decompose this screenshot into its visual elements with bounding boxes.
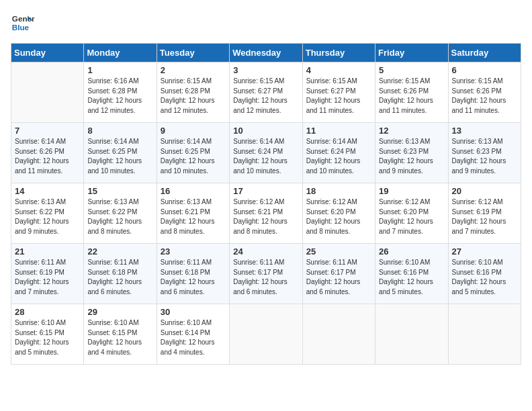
- day-number: 3: [233, 65, 298, 75]
- calendar-header-friday: Friday: [375, 44, 448, 62]
- page-header: General Blue: [11, 11, 521, 35]
- day-info: Sunrise: 6:14 AM Sunset: 6:25 PM Dayligh…: [87, 137, 152, 176]
- day-info: Sunrise: 6:13 AM Sunset: 6:22 PM Dayligh…: [87, 197, 152, 236]
- day-info: Sunrise: 6:14 AM Sunset: 6:26 PM Dayligh…: [15, 137, 80, 176]
- day-info: Sunrise: 6:12 AM Sunset: 6:19 PM Dayligh…: [452, 197, 517, 236]
- day-info: Sunrise: 6:12 AM Sunset: 6:20 PM Dayligh…: [306, 197, 371, 236]
- day-number: 1: [87, 65, 152, 75]
- logo: General Blue: [11, 11, 35, 35]
- calendar-cell: 21Sunrise: 6:11 AM Sunset: 6:19 PM Dayli…: [11, 244, 84, 304]
- day-info: Sunrise: 6:14 AM Sunset: 6:24 PM Dayligh…: [306, 137, 371, 176]
- day-number: 18: [306, 186, 371, 196]
- calendar-cell: 8Sunrise: 6:14 AM Sunset: 6:25 PM Daylig…: [84, 123, 157, 183]
- day-number: 28: [15, 307, 80, 317]
- day-info: Sunrise: 6:14 AM Sunset: 6:24 PM Dayligh…: [233, 137, 298, 176]
- day-info: Sunrise: 6:15 AM Sunset: 6:26 PM Dayligh…: [452, 77, 517, 116]
- calendar-cell: 24Sunrise: 6:11 AM Sunset: 6:17 PM Dayli…: [230, 244, 302, 304]
- calendar-week-1: 1Sunrise: 6:16 AM Sunset: 6:28 PM Daylig…: [11, 62, 521, 123]
- calendar-cell: 6Sunrise: 6:15 AM Sunset: 6:26 PM Daylig…: [448, 62, 521, 123]
- day-number: 23: [161, 246, 226, 257]
- day-number: 8: [87, 126, 152, 136]
- svg-text:General: General: [12, 14, 35, 23]
- day-number: 30: [161, 307, 226, 317]
- day-number: 19: [379, 186, 444, 196]
- calendar-header-thursday: Thursday: [302, 44, 375, 62]
- day-info: Sunrise: 6:10 AM Sunset: 6:15 PM Dayligh…: [87, 318, 152, 357]
- calendar-cell: 27Sunrise: 6:10 AM Sunset: 6:16 PM Dayli…: [448, 244, 521, 304]
- day-info: Sunrise: 6:15 AM Sunset: 6:27 PM Dayligh…: [306, 77, 371, 116]
- calendar-header-monday: Monday: [84, 44, 157, 62]
- calendar-cell: 23Sunrise: 6:11 AM Sunset: 6:18 PM Dayli…: [157, 244, 229, 304]
- calendar-cell: 18Sunrise: 6:12 AM Sunset: 6:20 PM Dayli…: [302, 183, 375, 244]
- calendar-week-3: 14Sunrise: 6:13 AM Sunset: 6:22 PM Dayli…: [11, 183, 521, 244]
- calendar-cell: 3Sunrise: 6:15 AM Sunset: 6:27 PM Daylig…: [230, 62, 302, 123]
- calendar-cell: [302, 304, 375, 365]
- day-info: Sunrise: 6:15 AM Sunset: 6:28 PM Dayligh…: [161, 77, 226, 116]
- calendar-cell: 15Sunrise: 6:13 AM Sunset: 6:22 PM Dayli…: [84, 183, 157, 244]
- day-number: 17: [233, 186, 298, 196]
- calendar-cell: 9Sunrise: 6:14 AM Sunset: 6:25 PM Daylig…: [157, 123, 229, 183]
- calendar-cell: 20Sunrise: 6:12 AM Sunset: 6:19 PM Dayli…: [448, 183, 521, 244]
- calendar-cell: 14Sunrise: 6:13 AM Sunset: 6:22 PM Dayli…: [11, 183, 84, 244]
- day-number: 16: [161, 186, 226, 196]
- calendar-cell: [11, 62, 84, 123]
- calendar-cell: 28Sunrise: 6:10 AM Sunset: 6:15 PM Dayli…: [11, 304, 84, 365]
- calendar-header-saturday: Saturday: [448, 44, 521, 62]
- day-number: 6: [452, 65, 517, 75]
- day-number: 5: [379, 65, 444, 75]
- calendar-cell: 26Sunrise: 6:10 AM Sunset: 6:16 PM Dayli…: [375, 244, 448, 304]
- day-info: Sunrise: 6:15 AM Sunset: 6:27 PM Dayligh…: [233, 77, 298, 116]
- day-number: 11: [306, 126, 371, 136]
- calendar-cell: 13Sunrise: 6:13 AM Sunset: 6:23 PM Dayli…: [448, 123, 521, 183]
- calendar-week-4: 21Sunrise: 6:11 AM Sunset: 6:19 PM Dayli…: [11, 244, 521, 304]
- day-info: Sunrise: 6:11 AM Sunset: 6:19 PM Dayligh…: [15, 258, 80, 297]
- calendar-header-row: SundayMondayTuesdayWednesdayThursdayFrid…: [11, 44, 521, 62]
- day-info: Sunrise: 6:11 AM Sunset: 6:18 PM Dayligh…: [161, 258, 226, 297]
- day-number: 25: [306, 246, 371, 257]
- day-info: Sunrise: 6:11 AM Sunset: 6:18 PM Dayligh…: [87, 258, 152, 297]
- day-number: 26: [379, 246, 444, 257]
- day-info: Sunrise: 6:13 AM Sunset: 6:21 PM Dayligh…: [161, 197, 226, 236]
- day-number: 10: [233, 126, 298, 136]
- calendar-table: SundayMondayTuesdayWednesdayThursdayFrid…: [11, 43, 521, 365]
- day-number: 24: [233, 246, 298, 257]
- day-info: Sunrise: 6:11 AM Sunset: 6:17 PM Dayligh…: [233, 258, 298, 297]
- day-number: 13: [452, 126, 517, 136]
- day-number: 2: [161, 65, 226, 75]
- day-info: Sunrise: 6:13 AM Sunset: 6:23 PM Dayligh…: [452, 137, 517, 176]
- day-number: 29: [87, 307, 152, 317]
- day-info: Sunrise: 6:14 AM Sunset: 6:25 PM Dayligh…: [161, 137, 226, 176]
- calendar-cell: 7Sunrise: 6:14 AM Sunset: 6:26 PM Daylig…: [11, 123, 84, 183]
- day-number: 9: [161, 126, 226, 136]
- calendar-cell: 25Sunrise: 6:11 AM Sunset: 6:17 PM Dayli…: [302, 244, 375, 304]
- calendar-cell: 11Sunrise: 6:14 AM Sunset: 6:24 PM Dayli…: [302, 123, 375, 183]
- day-number: 7: [15, 126, 80, 136]
- calendar-cell: 4Sunrise: 6:15 AM Sunset: 6:27 PM Daylig…: [302, 62, 375, 123]
- calendar-cell: 16Sunrise: 6:13 AM Sunset: 6:21 PM Dayli…: [157, 183, 229, 244]
- day-number: 4: [306, 65, 371, 75]
- calendar-cell: 2Sunrise: 6:15 AM Sunset: 6:28 PM Daylig…: [157, 62, 229, 123]
- day-number: 27: [452, 246, 517, 257]
- calendar-week-2: 7Sunrise: 6:14 AM Sunset: 6:26 PM Daylig…: [11, 123, 521, 183]
- calendar-cell: 1Sunrise: 6:16 AM Sunset: 6:28 PM Daylig…: [84, 62, 157, 123]
- calendar-cell: 12Sunrise: 6:13 AM Sunset: 6:23 PM Dayli…: [375, 123, 448, 183]
- calendar-cell: 17Sunrise: 6:12 AM Sunset: 6:21 PM Dayli…: [230, 183, 302, 244]
- day-info: Sunrise: 6:12 AM Sunset: 6:20 PM Dayligh…: [379, 197, 444, 236]
- calendar-cell: 10Sunrise: 6:14 AM Sunset: 6:24 PM Dayli…: [230, 123, 302, 183]
- calendar-cell: [375, 304, 448, 365]
- day-info: Sunrise: 6:10 AM Sunset: 6:15 PM Dayligh…: [15, 318, 80, 357]
- day-info: Sunrise: 6:12 AM Sunset: 6:21 PM Dayligh…: [233, 197, 298, 236]
- calendar-cell: 29Sunrise: 6:10 AM Sunset: 6:15 PM Dayli…: [84, 304, 157, 365]
- calendar-header-tuesday: Tuesday: [157, 44, 229, 62]
- day-info: Sunrise: 6:13 AM Sunset: 6:22 PM Dayligh…: [15, 197, 80, 236]
- calendar-body: 1Sunrise: 6:16 AM Sunset: 6:28 PM Daylig…: [11, 62, 521, 365]
- calendar-cell: 30Sunrise: 6:10 AM Sunset: 6:14 PM Dayli…: [157, 304, 229, 365]
- svg-text:Blue: Blue: [12, 23, 30, 32]
- day-number: 12: [379, 126, 444, 136]
- day-number: 14: [15, 186, 80, 196]
- calendar-header-sunday: Sunday: [11, 44, 84, 62]
- day-info: Sunrise: 6:10 AM Sunset: 6:16 PM Dayligh…: [452, 258, 517, 297]
- day-info: Sunrise: 6:15 AM Sunset: 6:26 PM Dayligh…: [379, 77, 444, 116]
- day-info: Sunrise: 6:11 AM Sunset: 6:17 PM Dayligh…: [306, 258, 371, 297]
- day-number: 21: [15, 246, 80, 257]
